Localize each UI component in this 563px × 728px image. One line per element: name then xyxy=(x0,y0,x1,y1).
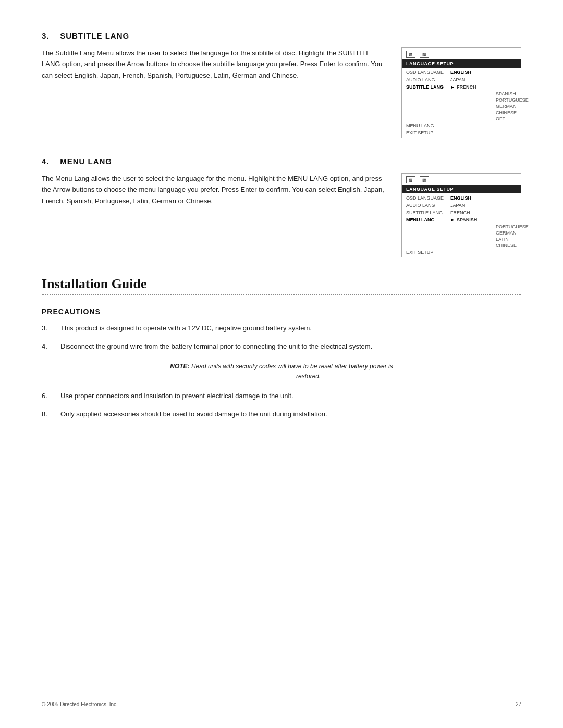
subtitle-exit-label: EXIT SETUP xyxy=(406,130,450,135)
menu-lang-section: 4. MENU LANG The Menu Lang allows the us… xyxy=(42,157,521,257)
menu-selected-val: SPANISH xyxy=(457,217,477,223)
subtitle-row-menu: MENU LANG xyxy=(402,122,521,129)
subtitle-selected-val: FRENCH xyxy=(457,84,476,90)
page-number: 27 xyxy=(516,701,521,707)
installation-guide: Installation Guide PRECAUTIONS 3. This p… xyxy=(42,276,521,420)
menu-icons: ▩ ▩ xyxy=(402,174,521,185)
subtitle-opt-chinese: CHINESE xyxy=(449,109,519,116)
menu-header: LANGUAGE SETUP xyxy=(402,185,521,193)
menu-lang-title: 4. MENU LANG xyxy=(42,157,521,166)
precautions-item-4: 4. Disconnect the ground wire from the b… xyxy=(42,341,521,352)
footer: © 2005 Directed Electronics, Inc. 27 xyxy=(42,701,521,707)
menu-screenshot: ▩ ▩ LANGUAGE SETUP OSD LANGUAGE ENGLISH … xyxy=(401,173,521,257)
subtitle-menu-label: MENU LANG xyxy=(406,123,450,128)
subtitle-row-osd: OSD LANGUAGE ENGLISH xyxy=(402,69,521,76)
item-text-8: Only supplied accessories should be used… xyxy=(60,409,327,420)
menu-opt-latin: LATIN xyxy=(449,236,519,242)
menu-options: PORTUGUESE GERMAN LATIN CHINESE xyxy=(402,224,521,249)
item-num-3: 3. xyxy=(42,323,52,334)
subtitle-icon-2: ▩ xyxy=(420,51,429,58)
menu-icon-1: ▩ xyxy=(406,176,415,183)
subtitle-menu-rows: OSD LANGUAGE ENGLISH AUDIO LANG JAPAN SU… xyxy=(402,68,521,138)
menu-osd-label: OSD LANGUAGE xyxy=(406,195,450,201)
menu-subtitle-label: SUBTITLE LANG xyxy=(406,210,450,215)
menu-arrow-icon: ► xyxy=(450,217,455,223)
subtitle-arrow-icon: ► xyxy=(450,84,455,90)
subtitle-subtitle-label: SUBTITLE LANG xyxy=(406,84,450,90)
precautions-item-6: 6. Use proper connectors and insulation … xyxy=(42,391,521,402)
menu-rows: OSD LANGUAGE ENGLISH AUDIO LANG JAPAN SU… xyxy=(402,193,521,257)
menu-number: 4. xyxy=(42,157,50,166)
menu-row-menu: MENU LANG ► SPANISH xyxy=(402,216,521,224)
subtitle-content: The Subtitle Lang Menu allows the user t… xyxy=(42,47,521,138)
subtitle-number: 3. xyxy=(42,31,50,40)
item-text-3: This product is designed to operate with… xyxy=(60,323,312,334)
subtitle-audio-value: JAPAN xyxy=(450,77,465,82)
subtitle-menu-screenshot: ▩ ▩ LANGUAGE SETUP OSD LANGUAGE ENGLISH … xyxy=(401,47,521,138)
menu-audio-label: AUDIO LANG xyxy=(406,203,450,208)
note-block: NOTE: Head units with security codes wil… xyxy=(73,362,490,381)
subtitle-lang-title: 3. SUBTITLE LANG xyxy=(42,31,521,40)
item-text-4: Disconnect the ground wire from the batt… xyxy=(60,341,372,352)
menu-osd-value: ENGLISH xyxy=(450,195,471,201)
dotted-divider xyxy=(42,294,521,295)
subtitle-body: The Subtitle Lang Menu allows the user t… xyxy=(42,47,386,138)
menu-audio-value: JAPAN xyxy=(450,203,465,208)
menu-row-exit: EXIT SETUP xyxy=(402,249,521,256)
menu-exit-label: EXIT SETUP xyxy=(406,250,450,255)
precautions-title: PRECAUTIONS xyxy=(42,307,521,316)
item-num-4: 4. xyxy=(42,341,52,352)
menu-opt-portuguese: PORTUGUESE xyxy=(449,224,519,230)
subtitle-opt-off: OFF xyxy=(449,116,519,122)
installation-title: Installation Guide xyxy=(42,276,521,292)
subtitle-options: SPANISH PORTUGUESE GERMAN CHINESE OFF xyxy=(402,91,521,122)
subtitle-title-text: SUBTITLE LANG xyxy=(60,31,129,40)
subtitle-opt-spanish: SPANISH xyxy=(449,91,519,97)
precautions-item-3: 3. This product is designed to operate w… xyxy=(42,323,521,334)
menu-row-osd: OSD LANGUAGE ENGLISH xyxy=(402,194,521,202)
precautions-item-8: 8. Only supplied accessories should be u… xyxy=(42,409,521,420)
subtitle-arrow: ► FRENCH xyxy=(450,84,476,90)
menu-opt-german: GERMAN xyxy=(449,230,519,236)
menu-body: The Menu Lang allows the user to select … xyxy=(42,173,386,257)
subtitle-menu-icons: ▩ ▩ xyxy=(402,48,521,59)
subtitle-icon-1: ▩ xyxy=(406,51,415,58)
subtitle-audio-label: AUDIO LANG xyxy=(406,77,450,82)
subtitle-opt-portuguese: PORTUGUESE xyxy=(449,97,519,103)
menu-menu-arrow: ► SPANISH xyxy=(450,217,477,223)
item-num-8: 8. xyxy=(42,409,52,420)
subtitle-menu-header: LANGUAGE SETUP xyxy=(402,59,521,68)
subtitle-lang-section: 3. SUBTITLE LANG The Subtitle Lang Menu … xyxy=(42,31,521,138)
subtitle-row-exit: EXIT SETUP xyxy=(402,129,521,137)
subtitle-opt-german: GERMAN xyxy=(449,103,519,109)
subtitle-row-audio: AUDIO LANG JAPAN xyxy=(402,76,521,83)
menu-subtitle-value: FRENCH xyxy=(450,210,470,215)
subtitle-osd-label: OSD LANGUAGE xyxy=(406,70,450,75)
menu-row-subtitle: SUBTITLE LANG FRENCH xyxy=(402,209,521,216)
menu-title-text: MENU LANG xyxy=(60,157,112,166)
menu-content: The Menu Lang allows the user to select … xyxy=(42,173,521,257)
menu-icon-2: ▩ xyxy=(420,176,429,183)
subtitle-row-subtitle: SUBTITLE LANG ► FRENCH xyxy=(402,83,521,91)
menu-opt-chinese: CHINESE xyxy=(449,242,519,249)
item-num-6: 6. xyxy=(42,391,52,402)
menu-menu-label: MENU LANG xyxy=(406,217,450,223)
menu-row-audio: AUDIO LANG JAPAN xyxy=(402,202,521,209)
copyright: © 2005 Directed Electronics, Inc. xyxy=(42,701,118,707)
subtitle-osd-value: ENGLISH xyxy=(450,70,471,75)
item-text-6: Use proper connectors and insulation to … xyxy=(60,391,293,402)
